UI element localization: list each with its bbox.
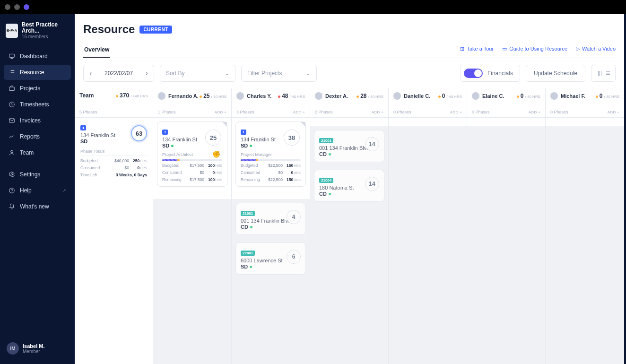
workspace-switcher[interactable]: B•P•A Best Practice Arch... 16 members — [4, 19, 71, 46]
consumed-hours: 0 — [212, 170, 215, 175]
nav-label: Team — [20, 149, 34, 156]
avatar — [550, 92, 558, 100]
budgeted-label: Budgeted — [241, 163, 263, 168]
phase-status-icon — [329, 193, 331, 195]
hours-value: 0 — [521, 93, 524, 99]
window-maximize-icon[interactable] — [24, 4, 29, 10]
phase-card[interactable]: 1 38 134 Franklin St SD Project Manager … — [235, 121, 306, 187]
sort-by-select[interactable]: Sort By ⌄ — [160, 65, 235, 82]
nav-label: Settings — [20, 171, 40, 178]
clock-icon — [9, 101, 15, 108]
phases-count: 1 Phases — [158, 110, 176, 114]
nav-help[interactable]: Help ↗ — [4, 183, 71, 198]
date-next-button[interactable]: › — [139, 65, 154, 82]
guide-link[interactable]: ▭Guide to Using Resource — [502, 46, 567, 52]
status-dot-icon — [116, 95, 118, 97]
avatar — [472, 92, 479, 100]
column-name: Team — [79, 92, 94, 99]
gear-icon — [9, 171, 15, 178]
team-summary-card[interactable]: 1 63 134 Franklin St SD Phase Totals Bud… — [75, 118, 153, 183]
briefcase-icon — [9, 85, 15, 92]
budgeted-hours: 150 — [287, 163, 293, 168]
phase-card[interactable]: 1 25 134 Franklin St SD Project Architec… — [157, 121, 227, 187]
nav-settings[interactable]: Settings — [4, 167, 71, 182]
status-dot-icon — [200, 95, 202, 98]
column-fernando: Fernando A. 25/ 40 HRS 1 PhasesADD + 1 2… — [153, 88, 232, 364]
nav-resource[interactable]: Resource — [4, 65, 71, 80]
tab-overview[interactable]: Overview — [83, 43, 110, 58]
nav-label: Reports — [20, 133, 40, 140]
add-phase-button[interactable]: ADD + — [450, 110, 462, 114]
window-close-icon[interactable] — [5, 4, 10, 10]
date-prev-button[interactable]: ‹ — [84, 65, 98, 82]
play-icon: ▷ — [576, 46, 580, 52]
budgeted-hours: 100 — [208, 163, 215, 168]
nav-team[interactable]: Team — [4, 145, 71, 160]
phase-code: SD — [241, 264, 248, 269]
remaining-value: $17,500 — [184, 177, 204, 182]
workspace-members: 16 members — [22, 34, 69, 39]
hrs-unit: HRS — [140, 166, 147, 170]
project-id-badge: 21004 — [319, 178, 333, 183]
watch-video-link[interactable]: ▷Watch a Video — [576, 46, 616, 52]
svg-point-4 — [11, 151, 13, 153]
consumed-value: $0 — [263, 170, 283, 175]
bell-icon — [9, 203, 15, 210]
nav-invoices[interactable]: Invoices — [4, 113, 71, 128]
user-role: Member — [23, 349, 44, 354]
hours-cap: / 40 HRS — [447, 95, 462, 99]
link-label: Guide to Using Resource — [509, 46, 567, 52]
toggle-label: Financials — [487, 70, 513, 77]
nav-dashboard[interactable]: Dashboard — [4, 49, 71, 64]
user-footer[interactable]: IM Isabel M. Member — [4, 338, 71, 359]
budgeted-hours: 250 — [133, 158, 139, 163]
nav-whatsnew[interactable]: What's new — [4, 199, 71, 214]
status-dot-icon — [596, 95, 598, 98]
remaining-value: $22,500 — [263, 177, 283, 182]
add-phase-button[interactable]: ADD + — [215, 110, 226, 114]
project-id-badge: 1 — [80, 125, 86, 130]
column-name: Elaine C. — [482, 93, 504, 99]
help-icon — [9, 187, 15, 194]
hrs-unit: HRS — [294, 178, 301, 182]
main-content: Resource CURRENT Overview ⊞Take a Tour ▭… — [75, 14, 626, 364]
svg-rect-0 — [9, 54, 15, 58]
phase-card-mini[interactable]: 21004 14 180 Natoma St CD — [314, 170, 384, 202]
hours-cap: / 440 HRS — [130, 94, 148, 98]
add-phase-button[interactable]: ADD + — [608, 110, 619, 114]
window-minimize-icon[interactable] — [14, 4, 20, 10]
nav-timesheets[interactable]: Timesheets — [4, 97, 71, 112]
sliders-icon: ⫼ — [596, 69, 604, 78]
add-phase-button[interactable]: ADD + — [529, 110, 540, 114]
nav-reports[interactable]: Reports — [4, 129, 71, 144]
camera-icon: ⊞ — [460, 46, 464, 52]
hours-circle: 4 — [287, 210, 301, 224]
phase-status-icon — [250, 266, 252, 268]
phase-card-mini[interactable]: 21001 4 001 134 Franklin Blvd CD — [235, 203, 306, 235]
project-id-badge: 21001 — [319, 138, 333, 143]
svg-point-6 — [9, 188, 15, 193]
phase-card-mini[interactable]: 21001 14 001 134 Franklin Blvd CD — [314, 130, 384, 162]
filter-icon: ≡ — [606, 69, 610, 78]
phase-code: SD — [241, 143, 248, 148]
timeleft-value: 3 Weeks, 0 Days — [116, 173, 147, 177]
financials-toggle[interactable] — [464, 69, 483, 78]
hrs-unit: HRS — [215, 178, 222, 182]
hours-value: 28 — [360, 93, 366, 99]
nav-projects[interactable]: Projects — [4, 81, 71, 96]
update-schedule-button[interactable]: Update Schedule — [526, 65, 585, 82]
remaining-hours: 150 — [287, 177, 293, 182]
workspace-name: Best Practice Arch... — [22, 22, 69, 34]
svg-rect-3 — [9, 119, 15, 122]
take-tour-link[interactable]: ⊞Take a Tour — [460, 46, 494, 52]
hours-value: 25 — [203, 93, 209, 99]
current-badge: CURRENT — [139, 26, 172, 34]
view-options-button[interactable]: ⫼ ≡ — [591, 65, 616, 82]
phase-card-mini[interactable]: 22001 6 6000 Lawrence St SD — [235, 243, 306, 275]
add-phase-button[interactable]: ADD + — [293, 110, 305, 114]
filter-projects-select[interactable]: Filter Projects ⌄ — [241, 65, 317, 82]
add-phase-button[interactable]: ADD + — [372, 110, 383, 114]
nav-label: Invoices — [20, 117, 41, 124]
date-value[interactable]: 2022/02/07 — [98, 70, 139, 77]
remaining-hours: 100 — [208, 177, 215, 182]
